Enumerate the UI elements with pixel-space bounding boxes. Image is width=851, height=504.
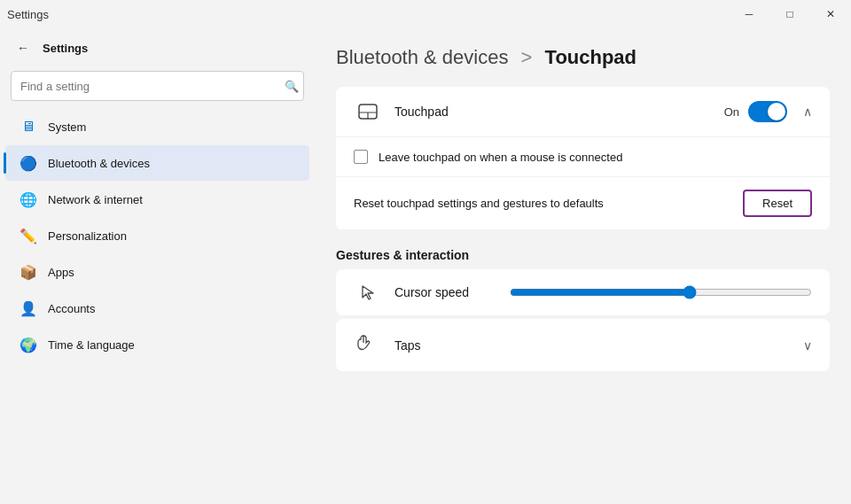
search-icon: 🔍 [285,80,299,93]
app-title: Settings [43,42,88,55]
network-icon: 🌐 [20,190,37,208]
back-button[interactable]: ← [11,35,35,60]
cursor-icon [354,283,382,301]
sidebar-item-bluetooth[interactable]: 🔵 Bluetooth & devices [5,145,309,181]
touchpad-chevron[interactable]: ∧ [803,105,812,119]
main-layout: ← Settings 🔍 🖥 System 🔵 Bluetooth & devi… [0,28,851,504]
sidebar-item-label-apps: Apps [48,266,74,279]
touchpad-info: Touchpad [394,104,724,120]
sidebar-item-label-accounts: Accounts [48,302,95,315]
sidebar-item-system[interactable]: 🖥 System [5,109,309,144]
search-box: 🔍 [11,71,304,101]
taps-icon [354,333,382,357]
leave-touchpad-label: Leave touchpad on when a mouse is connec… [379,151,622,164]
search-icon-button[interactable]: 🔍 [285,80,299,93]
touchpad-toggle[interactable] [748,101,787,122]
breadcrumb-parent: Bluetooth & devices [336,46,508,68]
cursor-speed-section: Cursor speed [336,269,830,315]
search-input[interactable] [11,71,304,101]
gestures-title: Gestures & interaction [336,234,830,269]
sidebar-item-accounts[interactable]: 👤 Accounts [5,291,309,326]
taps-label: Taps [394,338,803,353]
titlebar-left: Settings [7,8,49,21]
sidebar: ← Settings 🔍 🖥 System 🔵 Bluetooth & devi… [0,28,315,504]
breadcrumb-separator: > [521,46,533,68]
sidebar-item-time[interactable]: 🌍 Time & language [5,327,309,362]
titlebar-controls: ─ □ ✕ [729,0,851,28]
toggle-on-label: On [724,105,739,119]
reset-row: Reset touchpad settings and gestures to … [336,177,830,230]
touchpad-section: Touchpad On ∧ Leave touchpad on when a m… [336,87,830,230]
touchpad-label: Touchpad [394,105,449,119]
system-icon: 🖥 [20,118,37,136]
sidebar-item-personalization[interactable]: ✏️ Personalization [5,218,309,253]
taps-chevron-icon[interactable]: ∨ [803,338,812,353]
titlebar-title: Settings [7,8,49,21]
reset-text: Reset touchpad settings and gestures to … [354,197,732,210]
breadcrumb: Bluetooth & devices > Touchpad [336,46,830,69]
maximize-button[interactable]: □ [769,0,810,28]
sidebar-item-label-time: Time & language [48,338,135,352]
bluetooth-icon: 🔵 [20,154,37,172]
touchpad-row: Touchpad On ∧ [336,87,830,137]
accounts-icon: 👤 [20,299,37,317]
content-area: Bluetooth & devices > Touchpad Touchpad [315,28,851,504]
sidebar-item-network[interactable]: 🌐 Network & internet [5,182,309,217]
touchpad-icon [354,104,382,120]
minimize-button[interactable]: ─ [729,0,769,28]
close-button[interactable]: ✕ [810,0,851,28]
sidebar-item-apps[interactable]: 📦 Apps [5,254,309,290]
personalization-icon: ✏️ [20,227,37,244]
time-icon: 🌍 [20,336,37,353]
nav-list: 🖥 System 🔵 Bluetooth & devices 🌐 Network… [0,108,315,504]
sidebar-item-label-personalization: Personalization [48,229,127,243]
touchpad-control: On ∧ [724,101,812,122]
titlebar: Settings ─ □ ✕ [0,0,851,28]
sidebar-item-label-system: System [48,120,86,134]
sidebar-item-label-network: Network & internet [48,193,143,206]
cursor-speed-row: Cursor speed [336,269,830,315]
cursor-speed-slider-container [510,283,812,301]
sidebar-nav-top: ← Settings [0,28,315,67]
leave-touchpad-row: Leave touchpad on when a mouse is connec… [336,137,830,177]
apps-icon: 📦 [20,263,37,281]
sidebar-item-label-bluetooth: Bluetooth & devices [48,157,150,170]
cursor-speed-label: Cursor speed [394,285,492,299]
breadcrumb-current: Touchpad [545,46,636,68]
cursor-speed-slider[interactable] [510,285,812,299]
taps-section[interactable]: Taps ∨ [336,319,830,371]
leave-touchpad-checkbox[interactable] [354,150,368,164]
reset-button[interactable]: Reset [743,190,812,217]
